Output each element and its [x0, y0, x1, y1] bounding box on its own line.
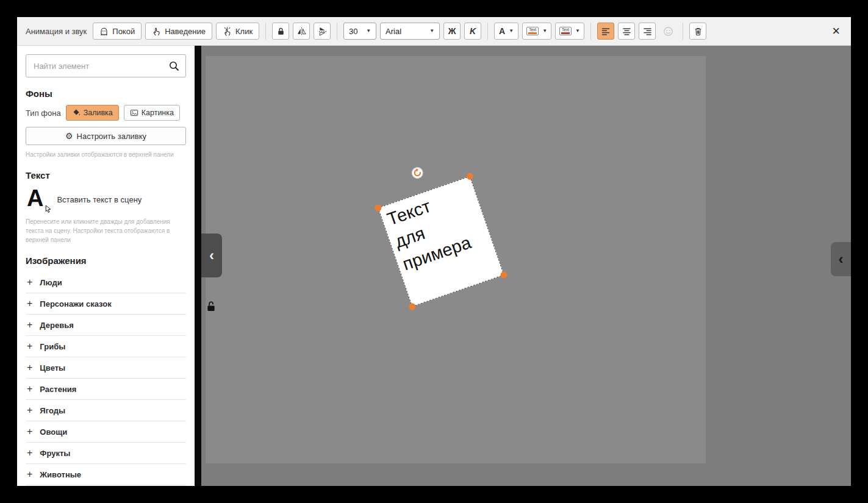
plus-icon: +: [27, 341, 32, 351]
category-item[interactable]: + Деревья: [26, 315, 186, 336]
paint-bucket-icon: [72, 109, 81, 117]
category-label: Ягоды: [40, 406, 65, 415]
category-item[interactable]: + Фрукты: [26, 443, 186, 464]
chevron-down-icon: ▼: [429, 29, 434, 34]
category-label: Деревья: [40, 321, 73, 330]
bold-button[interactable]: Ж: [443, 23, 461, 40]
align-center-icon: [622, 27, 631, 36]
italic-label: K: [470, 26, 476, 36]
category-item[interactable]: + Люди: [26, 272, 186, 293]
align-right-button[interactable]: [639, 23, 656, 40]
font-size-select[interactable]: 30 ▼: [343, 23, 376, 40]
font-size-value: 30: [349, 27, 357, 36]
toolbar-divider: [590, 23, 591, 40]
align-right-icon: [643, 27, 652, 36]
text-background-color-button[interactable]: Text ▼: [555, 23, 584, 40]
flip-vertical-button[interactable]: [314, 23, 331, 40]
insert-text-icon: A: [26, 187, 47, 212]
category-item[interactable]: + Овощи: [26, 421, 186, 443]
state-click-label: Клик: [235, 27, 253, 36]
flip-horizontal-button[interactable]: [293, 23, 310, 40]
category-label: Грибы: [40, 342, 65, 351]
fill-toggle-label: Заливка: [84, 109, 113, 117]
configure-fill-button[interactable]: ⚙ Настроить заливку: [26, 127, 186, 145]
collapse-sidebar-tab[interactable]: ‹: [201, 234, 222, 277]
plus-icon: +: [27, 320, 32, 330]
plus-icon: +: [27, 384, 32, 394]
bold-label: Ж: [448, 26, 456, 36]
sidebar-scrollbar[interactable]: [195, 46, 201, 486]
images-section-title: Изображения: [26, 255, 186, 266]
align-center-button[interactable]: [618, 23, 635, 40]
canvas-area: ‹ ‹ Текст для примера: [201, 46, 851, 486]
category-label: Овощи: [40, 427, 67, 437]
text-highlight-icon: Text: [526, 27, 539, 35]
font-family-select[interactable]: Arial ▼: [380, 23, 440, 40]
lock-button[interactable]: [272, 23, 289, 40]
plus-icon: +: [27, 448, 32, 458]
gear-icon: ⚙: [65, 132, 73, 140]
toolbar-divider: [487, 23, 488, 40]
flip-horizontal-icon: [296, 27, 307, 36]
background-type-label: Тип фона: [26, 109, 61, 118]
toolbar-divider: [337, 23, 337, 40]
emoji-button[interactable]: [659, 23, 676, 40]
chevron-down-icon: ▼: [509, 29, 514, 34]
plus-icon: +: [27, 427, 32, 437]
toolbar: Анимация и звук Покой Наведение Клик: [17, 17, 851, 46]
plus-icon: +: [27, 277, 32, 287]
state-hover-button[interactable]: Наведение: [145, 23, 212, 40]
scene-lock-button[interactable]: [206, 301, 216, 312]
category-item[interactable]: + Растения: [26, 379, 186, 400]
category-label: Животные: [40, 470, 81, 479]
category-item[interactable]: + Ягоды: [26, 400, 186, 421]
smiley-icon: [663, 26, 673, 37]
collapse-right-panel-tab[interactable]: ‹: [831, 242, 851, 276]
toolbar-divider: [265, 23, 266, 40]
category-label: Цветы: [40, 363, 65, 373]
click-cursor-icon: [223, 27, 232, 36]
search-input[interactable]: [32, 61, 168, 71]
configure-fill-label: Настроить заливку: [77, 132, 146, 141]
elements-sidebar: Фоны Тип фона Заливка Картинка ⚙: [17, 46, 195, 486]
category-item[interactable]: + Цветы: [26, 357, 186, 379]
chevron-down-icon: ▼: [575, 29, 580, 34]
state-rest-label: Покой: [112, 27, 135, 36]
text-section-title: Текст: [26, 170, 186, 180]
text-color-label: A: [499, 26, 505, 36]
lock-icon: [276, 27, 285, 36]
state-rest-button[interactable]: Покой: [93, 23, 142, 40]
image-toggle-label: Картинка: [142, 109, 174, 117]
text-color-button[interactable]: A ▼: [494, 23, 518, 40]
insert-text-button[interactable]: A Вставить текст в сцену: [26, 187, 186, 212]
category-label: Люди: [40, 278, 62, 287]
italic-button[interactable]: K: [464, 23, 481, 40]
delete-button[interactable]: [689, 23, 706, 40]
search-icon: [168, 60, 179, 71]
unlock-icon: [206, 301, 216, 312]
category-item[interactable]: + Персонажи сказок: [26, 293, 186, 315]
category-item[interactable]: + Грибы: [26, 336, 186, 357]
align-left-icon: [601, 27, 611, 36]
plus-icon: +: [27, 363, 32, 373]
image-toggle-button[interactable]: Картинка: [124, 105, 180, 121]
font-family-value: Arial: [386, 27, 401, 36]
text-background-icon: Text: [559, 27, 572, 35]
chevron-down-icon: ▼: [366, 29, 371, 34]
state-click-button[interactable]: Клик: [216, 23, 259, 40]
background-type-row: Тип фона Заливка Картинка: [26, 105, 186, 121]
text-highlight-color-button[interactable]: Text ▼: [522, 23, 551, 40]
search-box: [26, 54, 186, 77]
category-item[interactable]: + Животные: [26, 464, 186, 485]
close-button[interactable]: ×: [830, 24, 842, 38]
backgrounds-title: Фоны: [26, 88, 186, 99]
toolbar-divider: [683, 23, 683, 40]
trash-icon: [694, 27, 703, 36]
search-button[interactable]: [168, 60, 179, 71]
ghost-icon: [99, 27, 109, 36]
chevron-down-icon: ▼: [542, 29, 547, 34]
fill-toggle-button[interactable]: Заливка: [66, 105, 119, 121]
align-left-button[interactable]: [597, 23, 614, 40]
flip-vertical-icon: [317, 27, 328, 36]
state-hover-label: Наведение: [165, 27, 206, 36]
